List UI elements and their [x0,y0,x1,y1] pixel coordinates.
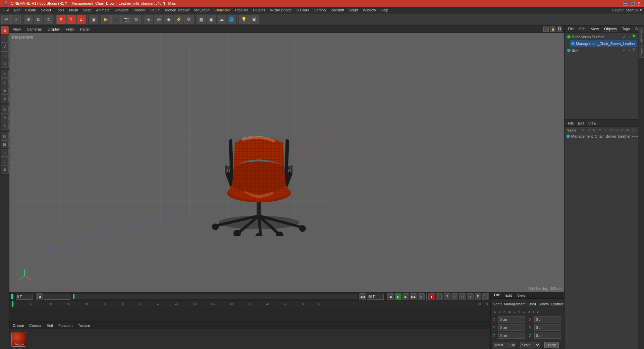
timeline-scrub[interactable] [73,294,357,299]
menu-edit[interactable]: Edit [12,7,22,13]
rot-key-button[interactable]: ○ [467,293,474,300]
lights-button[interactable]: 💡 [239,15,249,24]
left-btn-3[interactable]: ↻ [1,87,9,95]
coord-x2-field[interactable] [534,316,561,322]
current-frame-field[interactable] [16,294,33,300]
loop-button[interactable]: ↻ [418,293,425,300]
rotate-button[interactable]: ↻ [44,15,53,24]
component-mode-button[interactable]: ◆ [164,15,173,24]
menu-character[interactable]: Character [212,7,232,13]
model-mode-button[interactable]: ◈ [144,15,153,24]
menu-tools[interactable]: Tools [54,7,66,13]
viewport-menu-filter[interactable]: Filter [64,27,75,32]
play-button[interactable]: ▶ [395,293,401,300]
move-key-button[interactable]: + [451,293,458,300]
obj-tab-tags[interactable]: Tags [621,26,631,32]
left-btn-model[interactable]: ◼ [1,26,9,34]
obj-tab-objects[interactable]: Objects [603,26,618,32]
obj-tab-file[interactable]: File [567,26,575,32]
background-button[interactable]: ▣ [207,15,216,24]
coord-y2-field[interactable] [534,325,561,331]
scale-button[interactable]: ⊡ [34,15,43,24]
prev-frame-button[interactable]: ◀ [387,293,394,300]
viewport-lock-icon[interactable]: 🔒 [550,27,555,32]
transform-mode-select[interactable]: Scale [520,342,540,348]
left-btn-edges[interactable]: ╱ [1,43,9,51]
viewport-menu-view[interactable]: View [11,27,22,32]
undo-button[interactable]: ↩ [1,15,11,24]
menu-render[interactable]: Render [131,7,148,13]
render-to-file-button[interactable]: 📷 [121,15,131,24]
menu-script[interactable]: Script [347,7,360,13]
menu-redshift[interactable]: Redshift [328,7,346,13]
prev-key-button[interactable]: ◀◀ [359,293,366,300]
axis-z-button[interactable]: Z [76,15,86,24]
next-key-button[interactable]: ▶▶ [410,293,417,300]
obj-item-chair[interactable]: Management_Chair_Brown_Leather ✓ ✓ [570,40,637,47]
menu-pipeline[interactable]: Pipeline [233,7,250,13]
timeline-ruler[interactable]: 0 5 10 15 20 25 30 35 40 45 50 55 60 65 … [9,301,490,307]
layout-dropdown-icon[interactable]: ▼ [639,8,643,12]
coord-z2-field[interactable] [534,333,561,339]
obj-item-sky[interactable]: Sky ✓ ✓ [566,47,637,54]
coord-y-field[interactable] [498,325,525,331]
environment-button[interactable]: 🌐 [227,15,236,24]
menu-animate[interactable]: Animate [94,7,112,13]
left-btn-c[interactable]: ⊡ [1,149,9,157]
timeline-track[interactable] [9,307,490,321]
new-object-button[interactable]: + [11,15,21,24]
texture-mode-button[interactable]: ⚡ [174,15,183,24]
viewport-render-icon[interactable]: 🎞 [557,27,562,32]
obj-vis-icon-subdivision[interactable]: ✓ [622,35,627,39]
help-button[interactable]: ? [444,293,450,300]
obj-color-swatch-sky[interactable] [633,48,635,51]
left-btn-d[interactable]: ⋮ [1,157,9,165]
param-key-button[interactable]: P [475,293,481,300]
attr-tab-edit[interactable]: Edit [504,293,513,298]
close-button[interactable]: ✕ [637,1,641,6]
menu-plugins[interactable]: Plugins [251,7,267,13]
menu-select[interactable]: Select [39,7,53,13]
sky-button[interactable]: ☁ [217,15,226,24]
coord-z-field[interactable] [498,333,525,339]
left-btn-1[interactable]: ↖ [1,70,9,78]
menu-mograph[interactable]: MoGraph [192,7,212,13]
obj-tab-view[interactable]: View [590,26,600,32]
left-btn-a[interactable]: ▤ [1,132,9,140]
menu-3dtoall[interactable]: 3DToAll [294,7,311,13]
coord-button[interactable]: ▣ [89,15,98,24]
menu-corona[interactable]: Corona [312,7,328,13]
axis-y-button[interactable]: Y [66,15,76,24]
attr-manager-file-tab[interactable]: File [567,120,575,126]
menu-file[interactable]: File [1,7,11,13]
render-settings-button[interactable]: ⚙ [131,15,141,24]
minimize-button[interactable]: ─ [623,1,628,6]
viewport-expand-icon[interactable]: ⛶ [543,27,549,32]
obj-vis-icon-sky[interactable]: ✓ [622,48,627,53]
object-mode-button[interactable]: ◎ [154,15,163,24]
playback-start-button[interactable]: |◀ [36,293,43,300]
render-button[interactable]: ▶ [101,15,111,24]
attr-manager-obj-row[interactable]: Management_Chair_Brown_Leather ■ ■ ■ ■ ■… [567,133,636,140]
frame-input[interactable] [44,294,70,300]
coord-system-select[interactable]: World Object [493,342,516,348]
move-button[interactable]: ⊕ [24,15,33,24]
coord-x-field[interactable] [498,316,525,322]
menu-vray-bridge[interactable]: V-Ray Bridge [268,7,294,13]
viewport-menu-panel[interactable]: Panel [79,27,91,32]
left-btn-paint[interactable]: S [1,122,9,130]
attr-manager-view-tab[interactable]: View [587,120,598,126]
viewport-menu-cameras[interactable]: Cameras [25,27,43,32]
record-button[interactable]: ● [428,293,435,300]
point-key-button[interactable]: ⬛ [482,293,489,300]
left-btn-poly[interactable]: ◻ [1,51,9,59]
material-preview[interactable]: chair_co [11,332,26,347]
axis-x-button[interactable]: X [56,15,66,24]
obj-render-icon-sky[interactable]: ✓ [627,48,632,53]
left-btn-points[interactable]: · [1,35,9,43]
menu-snap[interactable]: Snap [81,7,94,13]
attr-manager-edit-tab[interactable]: Edit [577,120,586,126]
next-frame-button[interactable]: ▶ [402,293,409,300]
mat-tab-edit[interactable]: Edit [45,323,54,328]
left-btn-sculpt[interactable]: ✎ [1,113,9,121]
